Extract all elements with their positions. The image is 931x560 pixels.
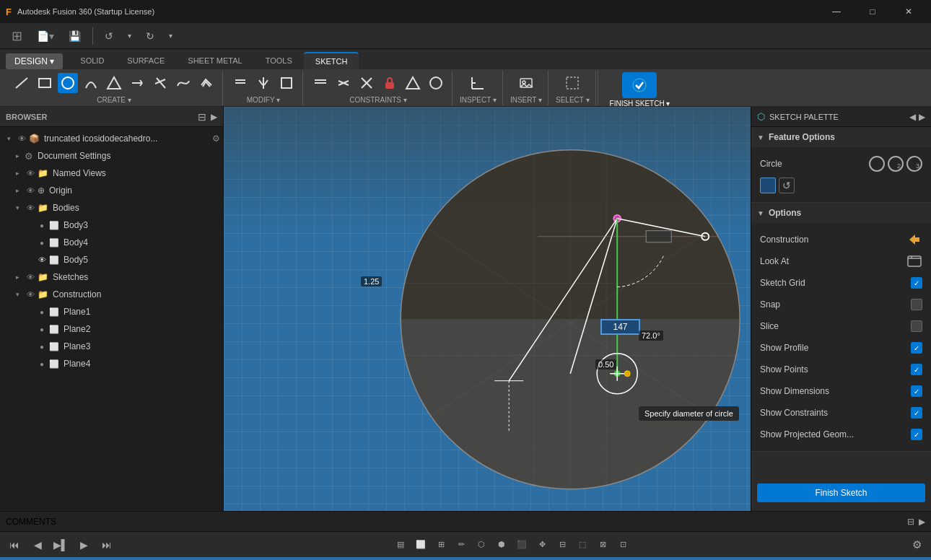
tab-surface[interactable]: SURFACE: [115, 52, 176, 69]
timeline-end-icon[interactable]: ⊠: [594, 536, 611, 554]
look-at-btn[interactable]: [906, 253, 922, 269]
construction-expander[interactable]: [12, 289, 23, 300]
select-label[interactable]: SELECT ▾: [556, 96, 590, 104]
diameter-input[interactable]: [600, 319, 640, 335]
measure-tool[interactable]: [468, 73, 488, 93]
tab-tools[interactable]: TOOLS: [254, 52, 304, 69]
show-constraints-checkbox[interactable]: [911, 407, 922, 419]
new-btn[interactable]: ⊞: [6, 26, 28, 46]
save-btn[interactable]: 💾: [63, 26, 87, 46]
arc-tool[interactable]: [81, 73, 101, 93]
coincident-tool[interactable]: [310, 73, 331, 93]
insert-image-tool[interactable]: [516, 73, 536, 93]
settings-bottom-icon[interactable]: ⚙: [908, 536, 925, 554]
timeline-component-icon[interactable]: ⊞: [432, 536, 450, 554]
redo-dropdown[interactable]: ▾: [163, 26, 178, 46]
minimize-btn[interactable]: —: [820, 0, 853, 23]
construction-eye[interactable]: 👁: [25, 289, 36, 300]
plane4-eye[interactable]: ●: [36, 358, 48, 369]
bodies-eye[interactable]: 👁: [25, 202, 36, 214]
comments-expand[interactable]: ▶: [919, 517, 925, 527]
insert-label[interactable]: INSERT ▾: [510, 96, 542, 104]
timeline-move-icon[interactable]: ✥: [533, 536, 551, 554]
browser-item-body4[interactable]: ● ⬜ Body4: [0, 234, 223, 251]
circle-2point-btn[interactable]: 2: [888, 156, 904, 172]
root-settings[interactable]: ⚙: [212, 134, 220, 144]
body4-eye[interactable]: ●: [36, 237, 48, 248]
sketches-eye[interactable]: 👁: [25, 271, 36, 283]
construction-arrow-btn[interactable]: [906, 232, 922, 248]
viewport[interactable]: 1.25 0.50 72.0° Specify diameter of circ…: [224, 107, 931, 511]
trim-tool[interactable]: [150, 73, 170, 93]
root-eye[interactable]: 👁: [16, 133, 27, 144]
options-header[interactable]: ▼ Options: [751, 203, 931, 223]
timeline-feature-icon[interactable]: ⬡: [473, 536, 490, 554]
feature-options-header[interactable]: ▼ Feature Options: [751, 127, 931, 147]
tab-solid[interactable]: SOLID: [69, 52, 115, 69]
triangle-tool2[interactable]: [403, 73, 423, 93]
mirror-tool[interactable]: [253, 73, 274, 93]
browser-item-body5[interactable]: 👁 ⬜ Body5: [0, 251, 223, 268]
timeline-joint-icon[interactable]: ⬢: [493, 536, 510, 554]
timeline-expand-icon[interactable]: ⊡: [614, 536, 631, 554]
browser-item-construction[interactable]: 👁 📁 Construction: [0, 286, 223, 303]
modify-label[interactable]: MODIFY ▾: [247, 96, 280, 104]
plane1-eye[interactable]: ●: [36, 306, 48, 318]
file-btn[interactable]: 📄▾: [31, 26, 60, 46]
browser-item-document-settings[interactable]: ⚙ Document Settings: [0, 147, 223, 165]
lock-tool[interactable]: [380, 73, 400, 93]
prev-frame-btn[interactable]: ◀: [29, 536, 46, 554]
browser-item-plane3[interactable]: ● ⬜ Plane3: [0, 338, 223, 355]
circle-constraint[interactable]: [426, 73, 446, 93]
line-tool2[interactable]: [127, 73, 147, 93]
first-frame-btn[interactable]: ⏮: [6, 536, 23, 554]
timeline-pattern-icon[interactable]: ⊟: [554, 536, 571, 554]
triangle-tool[interactable]: [104, 73, 124, 93]
browser-root[interactable]: 👁 📦 truncated icosidodecahedro... ⚙: [0, 130, 223, 147]
play-pause-btn[interactable]: ▶▌: [52, 536, 69, 554]
timeline-body-icon[interactable]: ⬜: [412, 536, 429, 554]
browser-item-origin[interactable]: 👁 ⊕ Origin: [0, 182, 223, 199]
show-points-checkbox[interactable]: [911, 364, 922, 375]
origin-eye[interactable]: 👁: [25, 185, 36, 196]
browser-expand[interactable]: ▶: [211, 112, 217, 122]
timeline-select-icon[interactable]: ▤: [392, 536, 409, 554]
palette-expand[interactable]: ▶: [919, 112, 925, 122]
browser-collapse[interactable]: ⊟: [198, 111, 206, 123]
undo-btn[interactable]: ↺: [99, 26, 119, 46]
plane2-eye[interactable]: ●: [36, 323, 48, 335]
browser-item-sketches[interactable]: 👁 📁 Sketches: [0, 268, 223, 286]
named-views-eye[interactable]: 👁: [25, 167, 36, 179]
rectangle-tool[interactable]: [35, 73, 55, 93]
undo-dropdown[interactable]: ▾: [122, 26, 137, 46]
offset-tool[interactable]: [196, 73, 217, 93]
constraints-label[interactable]: CONSTRAINTS ▾: [349, 96, 406, 104]
doc-settings-expander[interactable]: [12, 150, 23, 162]
show-profile-checkbox[interactable]: [911, 342, 922, 354]
last-frame-btn[interactable]: ⏭: [98, 536, 115, 554]
next-frame-btn[interactable]: ▶: [75, 536, 92, 554]
project-tool[interactable]: [276, 73, 297, 93]
sketches-expander[interactable]: [12, 271, 23, 283]
create-label[interactable]: CREATE ▾: [97, 96, 131, 104]
timeline-plane-icon[interactable]: ⬛: [513, 536, 530, 554]
circle-center-radius-btn[interactable]: [869, 156, 885, 172]
browser-item-plane2[interactable]: ● ⬜ Plane2: [0, 320, 223, 338]
sketch-grid-checkbox[interactable]: [911, 277, 922, 289]
offset-modify-tool[interactable]: [230, 73, 250, 93]
tab-sketch[interactable]: SKETCH: [304, 52, 359, 69]
root-expander[interactable]: [3, 133, 14, 144]
circle-type-square-btn[interactable]: [760, 178, 776, 193]
redo-btn[interactable]: ↻: [140, 26, 160, 46]
timeline-sketch-icon[interactable]: ✏: [453, 536, 470, 554]
design-button[interactable]: DESIGN ▾: [6, 53, 63, 69]
close-btn[interactable]: ✕: [892, 0, 925, 23]
snap-checkbox[interactable]: [911, 299, 922, 310]
circle-tool[interactable]: [58, 73, 78, 93]
comments-collapse[interactable]: ⊟: [907, 517, 914, 527]
named-views-expander[interactable]: [12, 167, 23, 179]
circle-3point-btn[interactable]: 3: [906, 156, 922, 172]
finish-sketch-btn-ribbon[interactable]: [622, 72, 657, 98]
circle-refresh-btn[interactable]: ↺: [779, 178, 795, 193]
tab-sheetmetal[interactable]: SHEET METAL: [176, 52, 253, 69]
